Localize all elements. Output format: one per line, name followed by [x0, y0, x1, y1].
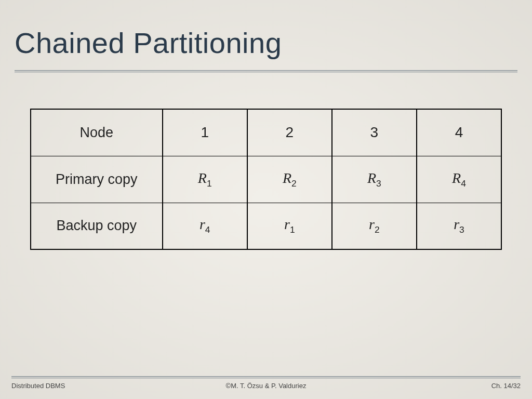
cell-node-4: 4	[417, 109, 501, 156]
footer: Distributed DBMS ©M. T. Özsu & P. Valdur…	[0, 382, 532, 390]
page-title: Chained Partitioning	[15, 26, 517, 60]
cell-node-3: 3	[332, 109, 417, 156]
footer-left: Distributed DBMS	[11, 382, 65, 390]
cell-primary-2: R2	[247, 156, 332, 203]
table-row: Primary copy R1 R2 R3 R4	[31, 156, 501, 203]
footer-center: ©M. T. Özsu & P. Valduriez	[226, 382, 307, 390]
row-label-backup: Backup copy	[31, 203, 163, 249]
cell-backup-4: r3	[417, 203, 501, 249]
slide: Chained Partitioning Node 1 2 3 4 Primar…	[0, 0, 532, 399]
table-container: Node 1 2 3 4 Primary copy R1 R2 R3 R4 Ba…	[30, 109, 502, 250]
title-divider	[15, 70, 517, 72]
cell-node-1: 1	[163, 109, 247, 156]
footer-right: Ch. 14/32	[491, 382, 521, 390]
cell-primary-4: R4	[417, 156, 501, 203]
row-label-node: Node	[31, 109, 163, 156]
cell-backup-1: r4	[163, 203, 247, 249]
table-row: Backup copy r4 r1 r2 r3	[31, 203, 501, 249]
row-label-primary: Primary copy	[31, 156, 163, 203]
footer-divider	[11, 376, 521, 378]
cell-node-2: 2	[247, 109, 332, 156]
partition-table: Node 1 2 3 4 Primary copy R1 R2 R3 R4 Ba…	[30, 109, 502, 250]
cell-backup-2: r1	[247, 203, 332, 249]
cell-primary-3: R3	[332, 156, 417, 203]
cell-backup-3: r2	[332, 203, 417, 249]
table-row: Node 1 2 3 4	[31, 109, 501, 156]
cell-primary-1: R1	[163, 156, 247, 203]
